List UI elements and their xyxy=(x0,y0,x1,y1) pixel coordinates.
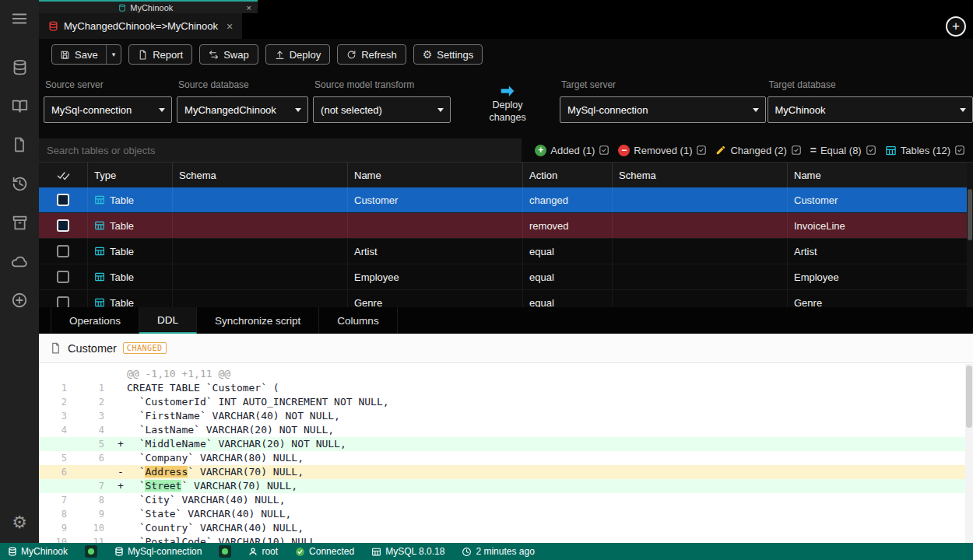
deploy-icon xyxy=(275,50,285,60)
save-icon xyxy=(60,50,70,60)
refresh-button[interactable]: Refresh xyxy=(337,44,406,65)
settings-button[interactable]: ⚙ Settings xyxy=(413,44,483,65)
status-database[interactable]: MyChinook xyxy=(8,546,68,557)
database-icon xyxy=(8,547,17,556)
close-icon[interactable]: × xyxy=(247,3,251,12)
table-icon xyxy=(94,246,105,257)
target-database-label: Target database xyxy=(768,79,973,90)
added-icon: + xyxy=(535,145,546,156)
status-refresh-age[interactable]: 2 minutes ago xyxy=(462,546,534,557)
swap-button[interactable]: Swap xyxy=(199,44,258,65)
filter-chips: + Added (1) − Removed (1) Changed (2) xyxy=(522,144,973,156)
status-bar: MyChinook MySql-connection root Connecte… xyxy=(0,543,973,560)
ddl-scrollbar-thumb[interactable] xyxy=(966,366,972,428)
status-user[interactable]: root xyxy=(248,546,278,557)
row-checkbox[interactable] xyxy=(57,296,69,307)
filter-checkbox-icon xyxy=(954,145,965,156)
diff-line: 910 `Country` VARCHAR(40) NULL, xyxy=(39,521,973,535)
table-row-artist[interactable]: Table Artist equal Artist xyxy=(39,239,973,264)
header-action[interactable]: Action xyxy=(523,163,613,187)
filter-removed[interactable]: − Removed (1) xyxy=(618,145,707,156)
database-icon[interactable] xyxy=(12,58,28,76)
filter-checkbox-icon xyxy=(696,145,707,156)
table-icon xyxy=(885,145,897,156)
filter-equal[interactable]: = Equal (8) xyxy=(810,144,876,156)
table-row-employee[interactable]: Table Employee equal Employee xyxy=(39,264,973,290)
tab-columns[interactable]: Columns xyxy=(319,307,397,334)
save-button[interactable]: Save xyxy=(52,45,106,64)
settings-gear-icon[interactable]: ⚙ xyxy=(12,513,27,532)
target-server-label: Target server xyxy=(560,79,765,90)
grid-scrollbar[interactable] xyxy=(967,163,973,307)
table-row-customer[interactable]: Table Customer changed Customer xyxy=(39,187,973,213)
connection-color-indicator xyxy=(85,545,97,558)
cloud-icon[interactable] xyxy=(11,252,28,271)
search-input[interactable] xyxy=(39,138,522,162)
row-checkbox[interactable] xyxy=(57,271,69,283)
table-row-genre[interactable]: Table Genre equal Genre xyxy=(39,290,973,307)
tab-compare-document[interactable]: MyChangedChinook=>MyChinook × xyxy=(39,13,242,39)
ddl-diff-code[interactable]: @@ -1,10 +1,11 @@ 11CREATE TABLE `Custom… xyxy=(39,363,973,543)
check-all-icon xyxy=(57,169,70,182)
file-icon[interactable] xyxy=(12,135,27,154)
header-schema-target[interactable]: Schema xyxy=(613,163,788,187)
deploy-button[interactable]: Deploy xyxy=(265,44,330,65)
check-all-header[interactable] xyxy=(39,163,88,187)
grid-scrollbar-thumb[interactable] xyxy=(968,189,972,240)
compare-config: Source server MySql-connection Source da… xyxy=(39,70,973,138)
window-tab-mychinook[interactable]: MyChinook × xyxy=(39,0,258,13)
book-icon[interactable] xyxy=(12,96,28,115)
status-version[interactable]: MySQL 8.0.18 xyxy=(371,546,444,557)
target-database-select[interactable]: MyChinook xyxy=(768,96,973,123)
report-icon xyxy=(138,50,148,60)
diff-line: 33 `FirstName` VARCHAR(40) NOT NULL, xyxy=(39,409,973,423)
ddl-panel: Customer CHANGED @@ -1,10 +1,11 @@ 11CRE… xyxy=(39,334,973,543)
filter-added[interactable]: + Added (1) xyxy=(535,145,609,156)
tab-ddl[interactable]: DDL xyxy=(139,307,197,334)
save-split-button: Save ▾ xyxy=(51,44,121,65)
plus-circle-icon[interactable] xyxy=(11,291,28,310)
filter-tables[interactable]: Tables (12) xyxy=(885,145,965,156)
source-transform-select[interactable]: (not selected) xyxy=(313,96,451,123)
source-server-select[interactable]: MySql-connection xyxy=(44,96,172,123)
header-type[interactable]: Type xyxy=(88,163,173,187)
deploy-changes-label-1: Deploy xyxy=(493,100,523,112)
target-server-select[interactable]: MySql-connection xyxy=(560,96,765,123)
header-schema-source[interactable]: Schema xyxy=(173,163,348,187)
table-icon xyxy=(94,297,105,307)
header-name-source[interactable]: Name xyxy=(348,163,523,187)
menu-icon[interactable] xyxy=(11,9,28,28)
source-database-field: Source database MyChangedChinook xyxy=(177,79,308,138)
sidebar: ⚙ xyxy=(0,0,39,543)
status-connected[interactable]: Connected xyxy=(295,546,354,557)
row-checkbox[interactable] xyxy=(57,194,69,206)
target-server-field: Target server MySql-connection xyxy=(560,79,765,138)
tab-operations[interactable]: Operations xyxy=(51,307,139,334)
comparison-grid: Type Schema Name Action Schema Name Tabl… xyxy=(39,162,973,307)
save-dropdown-caret[interactable]: ▾ xyxy=(106,45,121,64)
diff-line-removed: 6- `Address` VARCHAR(70) NULL, xyxy=(39,465,973,479)
compare-database-icon xyxy=(48,21,58,31)
row-checkbox[interactable] xyxy=(57,219,69,232)
window-tab-strip: MyChinook × xyxy=(39,0,973,13)
close-icon[interactable]: × xyxy=(227,20,233,33)
tab-synchronize-script[interactable]: Synchronize script xyxy=(197,307,319,334)
table-row-invoiceline[interactable]: Table removed InvoiceLine xyxy=(39,213,973,239)
deploy-arrow-icon xyxy=(496,82,519,100)
new-tab-button[interactable]: + xyxy=(946,16,966,37)
archive-icon[interactable] xyxy=(12,213,28,232)
row-checkbox[interactable] xyxy=(57,245,69,257)
diff-line: 1011 `PostalCode` VARCHAR(10) NULL, xyxy=(39,535,973,543)
filter-checkbox-icon xyxy=(791,145,802,156)
report-button[interactable]: Report xyxy=(128,44,192,65)
diff-line-added: 7+ `Street` VARCHAR(70) NULL, xyxy=(39,479,973,493)
ddl-scrollbar[interactable] xyxy=(965,364,973,543)
source-database-select[interactable]: MyChangedChinook xyxy=(177,96,308,123)
status-server[interactable]: MySql-connection xyxy=(114,546,202,557)
header-name-target[interactable]: Name xyxy=(788,163,973,187)
filter-changed[interactable]: Changed (2) xyxy=(715,145,801,156)
source-server-label: Source server xyxy=(44,79,172,90)
changed-pencil-icon xyxy=(715,145,726,156)
changed-badge: CHANGED xyxy=(123,342,167,354)
history-icon[interactable] xyxy=(12,174,28,193)
